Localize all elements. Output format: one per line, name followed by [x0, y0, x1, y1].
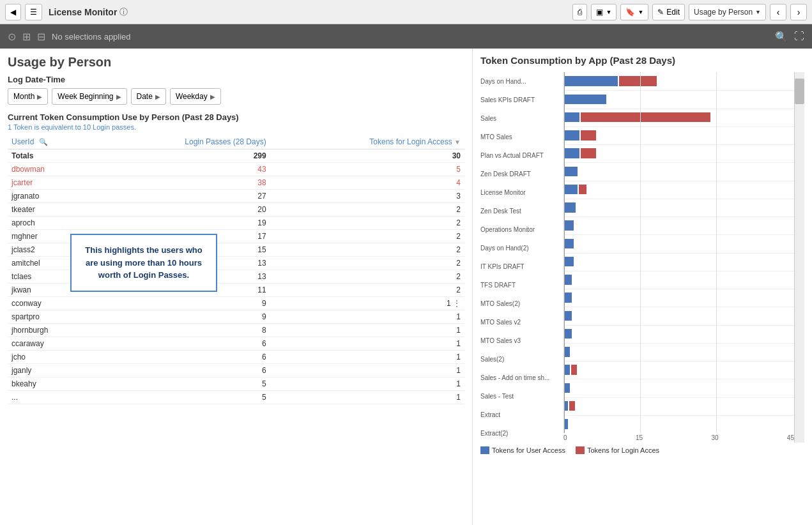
bar-blue	[564, 95, 606, 105]
table-subtext: 1 Token is equivalent to 10 Login passes…	[8, 123, 464, 131]
monitor-icon: ▣	[596, 8, 603, 17]
row-tokens: 1	[270, 324, 464, 337]
sheet-selector[interactable]: Usage by Person ▼	[689, 4, 766, 20]
row-login-passes: 19	[95, 217, 270, 230]
chart-bars-wrapper: 0 15 30 45	[563, 72, 794, 443]
filter-month-arrow: ▶	[37, 93, 42, 100]
bar-blue	[564, 329, 572, 339]
legend-blue: Tokens for User Access	[480, 446, 565, 454]
filter-date-arrow: ▶	[155, 93, 160, 100]
row-login-passes: 9	[95, 297, 270, 310]
sel-icon-1[interactable]: ⊙	[8, 31, 16, 43]
chart-bar-row	[564, 199, 794, 217]
chart-bar-row	[564, 162, 794, 180]
back-icon: ◀	[10, 8, 16, 17]
chart-scroll-thumb[interactable]	[795, 79, 804, 104]
row-tokens: 1	[270, 377, 464, 391]
totals-userid: Totals	[8, 149, 95, 163]
prev-button[interactable]: ‹	[770, 4, 786, 20]
chart-app-label: Sales KPIs DRAFT	[480, 91, 561, 109]
row-tokens: 2	[270, 217, 464, 230]
chart-app-label: Zen Desk DRAFT	[480, 165, 561, 183]
bar-blue	[564, 383, 570, 393]
table-row: jganly61	[8, 364, 464, 377]
filter-week-label: Week Beginning	[57, 92, 113, 101]
bar-blue	[564, 365, 570, 375]
next-button[interactable]: ›	[790, 4, 807, 20]
table-row: jcho61	[8, 351, 464, 364]
chart-app-label: Extract(2)	[480, 424, 561, 443]
row-userid: jganly	[8, 364, 95, 377]
chart-bar-row	[564, 253, 794, 271]
sel-icon-3[interactable]: ⊟	[37, 31, 45, 43]
bar-blue	[564, 347, 570, 357]
page-title: Usage by Person	[8, 55, 464, 70]
bar-blue	[564, 112, 579, 123]
right-panel: Token Consumption by App (Past 28 Days) …	[473, 49, 812, 525]
row-userid: jhornburgh	[8, 324, 95, 337]
bar-blue	[564, 293, 572, 303]
row-tokens: 2	[270, 284, 464, 297]
filter-week[interactable]: Week Beginning ▶	[52, 88, 126, 105]
sel-icon-2[interactable]: ⊞	[22, 31, 31, 43]
back-button[interactable]: ◀	[5, 4, 21, 20]
row-login-passes: 5	[95, 377, 270, 391]
chart-app-label: Sales - Test	[480, 387, 561, 406]
bar-blue	[564, 239, 574, 249]
filter-date[interactable]: Date ▶	[131, 88, 166, 105]
row-userid: bkeahy	[8, 377, 95, 391]
chart-app-label: Operations Monitor	[480, 220, 561, 239]
edit-button[interactable]: ✎ Edit	[652, 4, 685, 20]
toolbar-right: ⎙ ▣ ▼ 🔖 ▼ ✎ Edit Usage by Person ▼ ‹ ›	[572, 4, 807, 20]
tokens-header: Tokens for Login Access	[369, 137, 452, 146]
totals-row: Totals 299 30	[8, 149, 464, 163]
col-userid[interactable]: UserId 🔍	[8, 135, 95, 149]
row-userid: tkeater	[8, 203, 95, 217]
camera-button[interactable]: ⎙	[572, 4, 587, 20]
bar-blue	[564, 202, 576, 213]
x-30: 30	[711, 434, 718, 441]
legend-blue-color	[480, 446, 489, 454]
row-userid: jcho	[8, 351, 95, 364]
info-icon[interactable]: ⓘ	[119, 6, 128, 18]
log-date-label: Log Date-Time	[8, 75, 464, 84]
chart-scrollbar[interactable]	[794, 72, 804, 443]
bar-blue	[564, 185, 578, 195]
search-userid-icon[interactable]: 🔍	[39, 138, 48, 146]
legend-blue-label: Tokens for User Access	[492, 446, 565, 454]
chart-bar-row	[564, 217, 794, 234]
chart-app-label: Days on Hand...	[480, 72, 561, 91]
expand-icon[interactable]: ⛶	[794, 31, 804, 42]
legend-red: Tokens for Login Acces	[576, 446, 659, 454]
bar-blue	[564, 257, 574, 267]
filter-month[interactable]: Month ▶	[8, 88, 48, 105]
list-button[interactable]: ☰	[25, 4, 42, 20]
bar-red	[579, 185, 586, 195]
bar-red	[581, 148, 596, 158]
col-tokens[interactable]: Tokens for Login Access ▼	[270, 135, 464, 149]
totals-login-passes: 299	[95, 149, 270, 163]
row-login-passes: 6	[95, 351, 270, 364]
tooltip-box: This highlights the users who are using …	[70, 234, 217, 292]
tooltip-text: This highlights the users who are using …	[85, 245, 202, 280]
row-userid: ccaraway	[8, 337, 95, 351]
chart-bar-row	[564, 126, 794, 144]
app-title: License Monitor ⓘ	[49, 6, 128, 18]
userid-header: UserId	[11, 137, 34, 146]
filter-weekday[interactable]: Weekday ▶	[170, 88, 221, 105]
bar-blue	[564, 148, 579, 158]
bookmark-button[interactable]: 🔖 ▼	[620, 4, 648, 20]
monitor-button[interactable]: ▣ ▼	[591, 4, 617, 20]
row-login-passes: 8	[95, 324, 270, 337]
chart-labels: Days on Hand...Sales KPIs DRAFTSalesMTO …	[480, 72, 563, 443]
chart-bar-row	[564, 109, 794, 126]
search-icon[interactable]: 🔍	[775, 31, 788, 43]
chart-app-label: Extract	[480, 406, 561, 424]
filter-month-label: Month	[13, 92, 34, 101]
chart-app-label: MTO Sales v2	[480, 313, 561, 331]
col-login-passes[interactable]: Login Passes (28 Days)	[95, 135, 270, 149]
edit-label: Edit	[666, 8, 680, 17]
row-login-passes: 6	[95, 364, 270, 377]
x-45: 45	[787, 434, 794, 441]
row-login-passes: 5	[95, 391, 270, 404]
